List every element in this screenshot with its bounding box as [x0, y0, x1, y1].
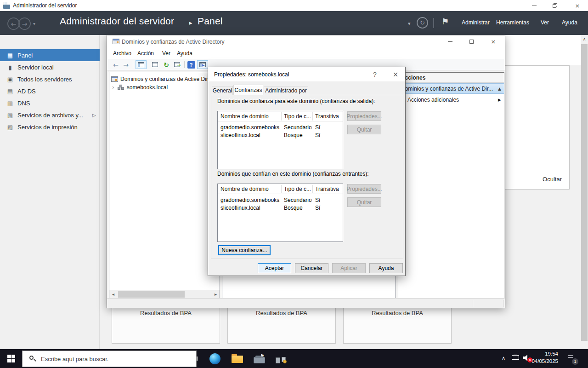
toolbar-show-actions-icon[interactable]: ▶	[197, 60, 208, 69]
tab-administrado-por[interactable]: Administrado por	[264, 86, 308, 95]
toolbar-show-tree-icon[interactable]	[136, 60, 147, 69]
new-trust-button[interactable]: Nueva confianza...	[218, 245, 271, 255]
menu-ver[interactable]: Ver	[541, 19, 549, 26]
mmc-menu-ayuda[interactable]: Ayuda	[177, 50, 192, 57]
column-tipo[interactable]: Tipo de c...	[284, 113, 311, 120]
hide-welcome-button[interactable]: Ocultar	[543, 176, 562, 183]
incoming-trusts-label: Dominios que confían en este dominio (co…	[217, 171, 369, 177]
tree-root-item[interactable]: Dominios y confianzas de Active Dir	[111, 76, 219, 82]
apply-button[interactable]: Aplicar	[332, 263, 366, 273]
column-nombre[interactable]: Nombre de dominio	[220, 186, 279, 192]
outgoing-remove-button[interactable]: Quitar	[347, 125, 381, 134]
scroll-right-icon[interactable]: ▸	[212, 290, 220, 298]
notification-count-badge[interactable]: 1	[572, 358, 578, 365]
ok-button[interactable]: Aceptar	[258, 263, 291, 273]
sidebar-item-todos-los-servidores[interactable]: ▣ Todos los servidores	[0, 73, 100, 85]
sidebar-item-panel[interactable]: ▦ Panel	[0, 49, 100, 61]
refresh-icon[interactable]: ↻	[417, 17, 428, 29]
sidebar-item-servicios-archivos[interactable]: ▧ Servicios de archivos y... ▷	[0, 109, 100, 121]
local-server-icon: ▮	[6, 64, 14, 71]
app-close-button[interactable]: ×	[570, 0, 585, 11]
toolbar-refresh-icon[interactable]: ↻	[161, 60, 171, 69]
tab-confianzas[interactable]: Confianzas	[233, 85, 263, 95]
breadcrumb-separator-icon: ▸	[189, 19, 192, 26]
collapse-icon[interactable]: ▲	[498, 86, 501, 91]
tree-expander-icon[interactable]: ›	[112, 84, 114, 91]
breadcrumb-current[interactable]: Panel	[198, 16, 223, 27]
start-button[interactable]	[0, 349, 22, 368]
breadcrumb-root[interactable]: Administrador del servidor	[60, 16, 174, 27]
incoming-properties-button[interactable]: Propiedades...	[347, 184, 381, 194]
dashboard-scrollbar[interactable]: ∧	[581, 35, 588, 349]
forward-icon[interactable]: →	[18, 17, 31, 30]
search-input[interactable]	[41, 356, 179, 362]
mmc-titlebar[interactable]: Dominios y confianzas de Active Director…	[107, 35, 505, 48]
scroll-up-icon[interactable]: ∧	[581, 35, 588, 43]
incoming-trusts-list[interactable]: Nombre de dominio Tipo de c... Transitiv…	[217, 184, 343, 242]
list-header: Nombre de dominio Tipo de c... Transitiv…	[218, 184, 343, 194]
mmc-maximize-button[interactable]	[464, 36, 479, 47]
notifications-flag-icon[interactable]: ⚑	[441, 17, 449, 26]
column-nombre[interactable]: Nombre de dominio	[220, 113, 279, 120]
nav-dropdown-icon[interactable]: ▾	[33, 21, 35, 26]
tray-clock-time[interactable]: 19:54	[534, 351, 558, 356]
menu-herramientas[interactable]: Herramientas	[496, 19, 529, 26]
app-minimize-button[interactable]	[526, 0, 542, 11]
dialog-help-button[interactable]: ?	[366, 67, 384, 81]
column-transitiva[interactable]: Transitiva	[315, 186, 342, 192]
toolbar-back-icon[interactable]: ←	[112, 60, 120, 69]
mmc-menu-archivo[interactable]: Archivo	[113, 50, 131, 57]
refresh-dropdown-icon[interactable]: ▾	[408, 21, 411, 27]
outgoing-properties-button[interactable]: Propiedades...	[347, 111, 381, 121]
sidebar-item-dns[interactable]: ▥ DNS	[0, 97, 100, 109]
properties-dialog: Propiedades: somebooks.local ? × General…	[208, 67, 406, 276]
tree-h-scrollbar[interactable]: ◂ ▸	[109, 290, 220, 298]
sidebar-item-servidor-local[interactable]: ▮ Servidor local	[0, 61, 100, 73]
edge-taskbar-button[interactable]	[204, 349, 226, 368]
menu-administrar[interactable]: Administrar	[462, 19, 490, 26]
dns-icon: ▥	[6, 100, 14, 107]
back-icon[interactable]: ←	[7, 17, 20, 30]
file-explorer-taskbar-button[interactable]	[226, 349, 248, 368]
incoming-remove-button[interactable]: Quitar	[347, 197, 381, 207]
edge-icon	[209, 353, 220, 364]
dialog-titlebar[interactable]: Propiedades: somebooks.local ? ×	[208, 67, 405, 81]
actions-group-selected[interactable]: Dominios y confianzas de Active Dir... ▲	[398, 83, 504, 94]
submenu-arrow-icon: ▷	[92, 113, 96, 118]
taskbar-search[interactable]	[22, 351, 197, 367]
close-icon: ×	[575, 2, 580, 9]
tree-domain-item[interactable]: › somebooks.local	[111, 84, 219, 91]
help-button[interactable]: Ayuda	[369, 263, 403, 273]
column-transitiva[interactable]: Transitiva	[315, 113, 342, 120]
tray-clock-date[interactable]: 04/05/2025	[530, 358, 558, 364]
dialog-close-button[interactable]: ×	[386, 67, 405, 81]
addt-window-icon	[113, 39, 119, 44]
actions-additional-item[interactable]: Acciones adicionales ▶	[398, 94, 504, 105]
mmc-close-button[interactable]: ×	[486, 36, 501, 47]
tab-general[interactable]: General	[212, 86, 233, 95]
toolbar-properties-icon[interactable]	[149, 60, 160, 69]
print-services-icon: ▨	[6, 124, 14, 131]
file-explorer-icon	[232, 354, 243, 363]
toolbar-help-icon[interactable]: ?	[187, 60, 196, 69]
cancel-button[interactable]: Cancelar	[295, 263, 328, 273]
toolbar-forward-icon[interactable]: →	[122, 60, 130, 69]
mmc-menu-ver[interactable]: Ver	[162, 50, 170, 57]
toolbar-export-icon[interactable]: →	[171, 60, 182, 69]
column-tipo[interactable]: Tipo de c...	[284, 186, 311, 192]
app-restore-button[interactable]	[548, 0, 563, 11]
outgoing-trusts-list[interactable]: Nombre de dominio Tipo de c... Transitiv…	[217, 111, 343, 169]
menu-ayuda[interactable]: Ayuda	[562, 19, 577, 26]
scrollbar-thumb[interactable]	[581, 44, 588, 341]
server-manager-taskbar-button[interactable]: ⚑	[248, 349, 270, 368]
tree-scrollbar-thumb[interactable]	[118, 291, 185, 298]
addt-taskbar-button[interactable]	[270, 349, 292, 368]
sidebar-item-servicios-impresion[interactable]: ▨ Servicios de impresión	[0, 121, 100, 133]
close-icon: ×	[393, 70, 399, 79]
mmc-menu-accion[interactable]: Acción	[137, 50, 154, 57]
app-titlebar: Administrador del servidor ×	[0, 0, 588, 11]
mmc-minimize-button[interactable]	[442, 36, 458, 47]
sidebar-item-ad-ds[interactable]: ▤ AD DS	[0, 85, 100, 97]
tray-chevron-icon[interactable]: ∧	[502, 355, 505, 361]
scroll-left-icon[interactable]: ◂	[109, 290, 117, 298]
